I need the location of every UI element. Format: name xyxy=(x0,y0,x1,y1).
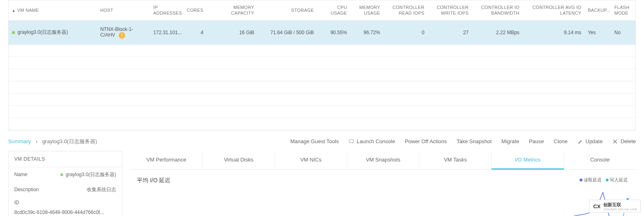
empty-row xyxy=(9,44,635,57)
legend-write-label: 写入延迟 xyxy=(610,177,628,182)
tab-vm-performance[interactable]: VM Performance xyxy=(130,151,203,169)
io-latency-chart xyxy=(137,188,629,216)
vm-details-header: VM DETAILS xyxy=(9,151,122,167)
col-ip[interactable]: IP ADDRESSES xyxy=(150,0,181,20)
cell-cpu-usage: 90.55% xyxy=(317,20,350,44)
empty-row xyxy=(9,69,635,81)
legend-write-dot-icon xyxy=(606,179,609,181)
pause-action[interactable]: Pause xyxy=(529,138,544,144)
breadcrumb-current: graylog3.0(日志服务器) xyxy=(42,138,97,145)
clone-action[interactable]: Clone xyxy=(554,138,568,144)
vm-detail-id-label: ID xyxy=(9,197,122,209)
tab-vm-nics[interactable]: VM NICs xyxy=(275,151,347,169)
table-header: ▲VM NAME HOST IP ADDRESSES CORES MEMORY … xyxy=(9,0,635,20)
chart-legend: 读取延迟 写入延迟 xyxy=(580,177,628,183)
vm-detail-id-value: 8cd0c39c-6108-4649-9008-444d766c0f... xyxy=(9,209,122,216)
watermark-cn: 创新互联 xyxy=(603,202,621,207)
col-flash[interactable]: FLASH MODE xyxy=(611,0,635,20)
chart-title: 平均 I/O 延迟 xyxy=(137,177,629,184)
vm-table: ▲VM NAME HOST IP ADDRESSES CORES MEMORY … xyxy=(8,0,636,131)
status-dot-icon xyxy=(12,31,15,34)
cell-write-iops: 27 xyxy=(428,20,472,44)
empty-row xyxy=(9,118,635,130)
vm-detail-name-label: Name xyxy=(14,172,27,177)
breadcrumb-summary-link[interactable]: Summary xyxy=(8,138,31,144)
cell-ip: 172.31.101... xyxy=(150,20,181,44)
launch-console-action[interactable]: Launch Console xyxy=(348,138,395,144)
col-storage[interactable]: STORAGE xyxy=(258,0,317,20)
cell-memory: 16 GiB xyxy=(207,20,258,44)
vm-detail-desc-label: Description xyxy=(14,187,39,192)
power-off-action[interactable]: Power Off Actions xyxy=(405,138,447,144)
col-cpu-usage[interactable]: CPU USAGE xyxy=(317,0,350,20)
delete-action[interactable]: Delete xyxy=(612,138,636,144)
x-icon xyxy=(612,139,618,144)
col-io-lat[interactable]: CONTROLLER AVG IO LATENCY xyxy=(523,0,584,20)
vm-detail-desc-value: 收集系统日志 xyxy=(87,186,116,193)
tab-console[interactable]: Console xyxy=(564,151,636,169)
chevron-right-icon: › xyxy=(36,139,37,144)
col-mem-usage[interactable]: MEMORY USAGE xyxy=(350,0,383,20)
empty-row xyxy=(9,93,635,105)
cell-io-lat: 9.14 ms xyxy=(523,20,584,44)
sort-asc-icon: ▲ xyxy=(12,9,15,13)
cell-flash: No xyxy=(611,20,635,44)
legend-read-label: 读取延迟 xyxy=(584,177,602,182)
col-cores[interactable]: CORES xyxy=(181,0,207,20)
tab-vm-tasks[interactable]: VM Tasks xyxy=(419,151,492,169)
table-row[interactable]: graylog3.0(日志服务器) NTNX-Block-1-C/AHV! 17… xyxy=(9,20,635,44)
cell-backup: Yes xyxy=(584,20,611,44)
watermark: CX 创新互联 CHUANG XIN HU LIAN xyxy=(589,200,641,213)
cell-cores: 4 xyxy=(181,20,207,44)
status-dot-icon xyxy=(60,173,63,176)
manage-guest-tools-action[interactable]: Manage Guest Tools xyxy=(290,138,339,144)
empty-row xyxy=(9,57,635,69)
watermark-logo-icon: CX xyxy=(593,202,601,210)
pencil-icon xyxy=(578,139,583,144)
cell-mem-usage: 96.72% xyxy=(350,20,383,44)
empty-row xyxy=(9,81,635,93)
cell-storage: 71.64 GiB / 500 GiB xyxy=(258,20,317,44)
metrics-panel: VM Performance Virtual Disks VM NICs VM … xyxy=(130,151,636,216)
chart-area: 平均 I/O 延迟 读取延迟 写入延迟 xyxy=(130,170,636,216)
cell-io-bw: 2.22 MBps xyxy=(472,20,523,44)
col-write-iops[interactable]: CONTROLLER WRITE IOPS xyxy=(428,0,472,20)
col-memory[interactable]: MEMORY CAPACITY xyxy=(207,0,258,20)
col-io-bw[interactable]: CONTROLLER IO BANDWIDTH xyxy=(472,0,523,20)
cell-read-iops: 0 xyxy=(384,20,428,44)
empty-row xyxy=(9,105,635,118)
tab-vm-snapshots[interactable]: VM Snapshots xyxy=(347,151,419,169)
vm-details-panel: VM DETAILS Name graylog3.0(日志服务器) Descri… xyxy=(8,151,122,216)
col-vm-name[interactable]: ▲VM NAME xyxy=(9,0,97,20)
cell-host: NTNX-Block-1-C/AHV xyxy=(100,26,133,38)
tab-io-metrics[interactable]: I/O Metrics xyxy=(492,151,564,170)
console-icon xyxy=(348,139,354,144)
take-snapshot-action[interactable]: Take Snapshot xyxy=(457,138,492,144)
col-read-iops[interactable]: CONTROLLER READ IOPS xyxy=(384,0,428,20)
watermark-en: CHUANG XIN HU LIAN xyxy=(603,208,637,211)
update-action[interactable]: Update xyxy=(578,138,603,144)
vm-tabs: VM Performance Virtual Disks VM NICs VM … xyxy=(130,151,636,170)
warning-icon: ! xyxy=(119,32,125,39)
legend-read-dot-icon xyxy=(580,179,582,181)
breadcrumb: Summary › graylog3.0(日志服务器) xyxy=(8,138,97,145)
col-host[interactable]: HOST xyxy=(97,0,150,20)
migrate-action[interactable]: Migrate xyxy=(501,138,519,144)
col-backup[interactable]: BACKUP... xyxy=(584,0,611,20)
vm-actions-bar: Manage Guest Tools Launch Console Power … xyxy=(290,138,636,144)
cell-vm-name: graylog3.0(日志服务器) xyxy=(18,29,68,35)
vm-detail-name-value: graylog3.0(日志服务器) xyxy=(66,172,116,177)
tab-virtual-disks[interactable]: Virtual Disks xyxy=(203,151,275,169)
